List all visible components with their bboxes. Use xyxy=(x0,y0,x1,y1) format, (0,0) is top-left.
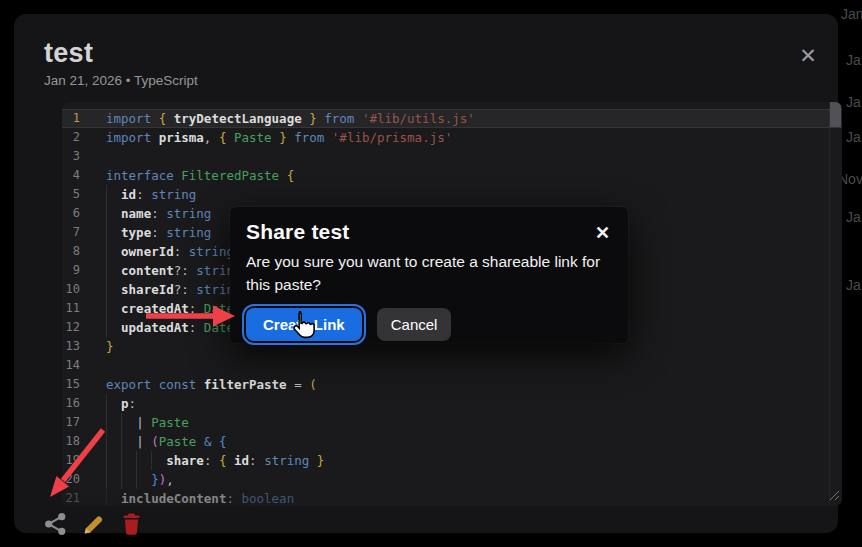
code-line: 20 }), xyxy=(62,470,842,489)
edit-button[interactable] xyxy=(80,511,106,537)
delete-button[interactable] xyxy=(118,511,144,537)
trash-icon xyxy=(121,512,142,536)
code-line: 15export const filterPaste = ( xyxy=(62,375,842,394)
code-line: 2import prisma, { Paste } from '#lib/pri… xyxy=(62,128,842,147)
scrollbar-thumb[interactable] xyxy=(830,102,841,127)
backdrop-list-item: Ja xyxy=(846,52,861,68)
code-line: 5 id: string xyxy=(62,185,842,204)
dialog-message: Are you sure you want to create a sharea… xyxy=(246,250,622,296)
share-button[interactable] xyxy=(42,511,68,537)
dialog-close-button[interactable]: ✕ xyxy=(595,222,610,244)
page-title: test xyxy=(44,38,93,69)
share-nodes-icon xyxy=(44,512,67,536)
screen: JanJaJaJaNovJaJa test Jan 21, 2026 • Typ… xyxy=(0,0,862,547)
code-line: 4interface FilteredPaste { xyxy=(62,166,842,185)
code-line: 21 includeContent: boolean xyxy=(62,489,842,506)
code-line: 18 | (Paste & { xyxy=(62,432,842,451)
cancel-button[interactable]: Cancel xyxy=(377,308,452,341)
create-link-button[interactable]: Create Link xyxy=(246,308,362,341)
code-line: 16 p: xyxy=(62,394,842,413)
code-line: 1import { tryDetectLanguage } from '#lib… xyxy=(62,109,842,128)
modal-close-button[interactable]: ✕ xyxy=(792,40,824,72)
backdrop-list-item: Ja xyxy=(846,94,861,110)
scrollbar-track[interactable] xyxy=(829,102,842,506)
code-line: 19 share: { id: string } xyxy=(62,451,842,470)
backdrop-list-item: Jan xyxy=(841,6,862,22)
backdrop-list-item: Ja xyxy=(846,129,861,145)
code-line: 17 | Paste xyxy=(62,413,842,432)
dialog-title: Share test xyxy=(246,220,350,244)
code-line: 14 xyxy=(62,356,842,375)
backdrop-list-item: Ja xyxy=(846,209,861,225)
paste-meta: Jan 21, 2026 • TypeScript xyxy=(44,73,198,88)
paste-actions xyxy=(42,511,144,537)
code-line: 3 xyxy=(62,147,842,166)
backdrop-list-item: Ja xyxy=(846,277,861,293)
pencil-icon xyxy=(82,512,105,536)
resize-handle-icon[interactable] xyxy=(829,489,840,504)
share-dialog: Share test ✕ Are you sure you want to cr… xyxy=(230,207,628,343)
